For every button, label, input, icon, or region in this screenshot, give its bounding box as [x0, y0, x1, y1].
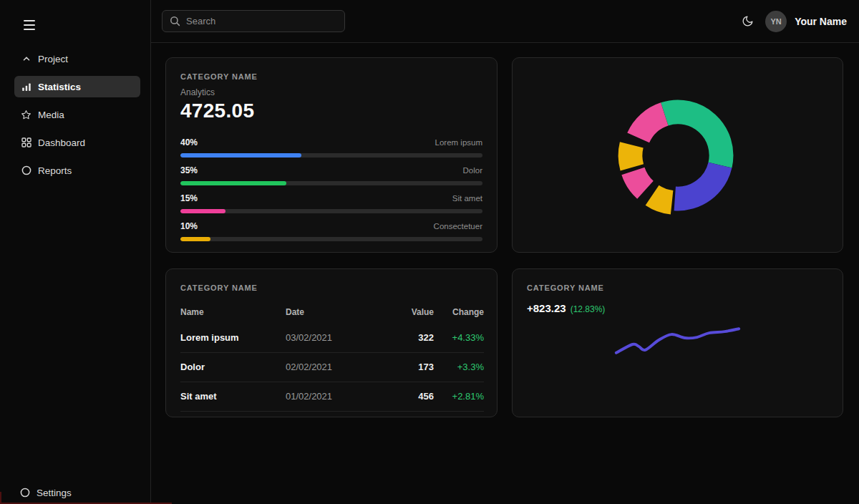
- card-subtitle: Analytics: [180, 87, 482, 97]
- progress-track: [180, 237, 482, 241]
- table-header-row: NameDateValueChange: [180, 301, 484, 324]
- trend-card: CATEGORY NAME +823.23 (12.83%): [512, 268, 843, 417]
- grid-icon: [21, 137, 31, 148]
- sidebar-item-label: Statistics: [38, 82, 81, 92]
- bar-chart-icon: [21, 82, 31, 92]
- card-title: CATEGORY NAME: [180, 284, 482, 292]
- sidebar-item-label: Reports: [38, 165, 72, 176]
- chevron-up-icon: [21, 54, 31, 64]
- sidebar-item-label: Media: [38, 110, 64, 120]
- progress-track: [180, 153, 482, 158]
- progress-percent: 40%: [180, 137, 198, 147]
- progress-bars: 40%Lorem ipsum35%Dolor15%Sit amet10%Cons…: [180, 137, 482, 241]
- progress-fill: [180, 209, 225, 213]
- cell-date: 01/02/2021: [286, 382, 377, 412]
- sidebar-item-label: Project: [38, 54, 68, 64]
- data-table: NameDateValueChange Lorem ipsum03/02/202…: [180, 301, 484, 412]
- line-chart: [513, 269, 843, 417]
- dark-mode-toggle[interactable]: [742, 15, 754, 27]
- progress-label: Dolor: [463, 166, 482, 175]
- progress-fill: [180, 153, 301, 158]
- cell-value: 456: [377, 382, 434, 412]
- progress-label: Sit amet: [452, 194, 482, 203]
- progress-label: Lorem ipsum: [435, 138, 482, 147]
- donut-segment: [674, 163, 732, 211]
- cell-name: Lorem ipsum: [180, 324, 286, 353]
- sidebar-item-settings[interactable]: Settings: [14, 483, 140, 503]
- circle-icon: [21, 165, 31, 176]
- donut-card: [512, 57, 843, 253]
- progress-item: 35%Dolor: [180, 165, 482, 185]
- app-root: ProjectStatisticsMediaDashboardReports S…: [0, 0, 859, 504]
- search-input[interactable]: [162, 10, 345, 32]
- cell-date: 03/02/2021: [286, 324, 377, 353]
- cell-change: +4.33%: [434, 324, 484, 353]
- cell-name: Dolor: [180, 353, 286, 382]
- sidebar-item-reports[interactable]: Reports: [14, 160, 140, 181]
- menu-icon[interactable]: [24, 20, 35, 30]
- settings-icon: [19, 488, 30, 498]
- sidebar: ProjectStatisticsMediaDashboardReports S…: [0, 0, 151, 504]
- donut-segment: [621, 168, 653, 199]
- progress-percent: 15%: [180, 193, 198, 203]
- moon-icon: [742, 15, 754, 27]
- donut-segment: [646, 185, 674, 215]
- avatar-initials: YN: [770, 17, 781, 26]
- search-box: [162, 10, 345, 32]
- sidebar-item-media[interactable]: Media: [14, 104, 140, 125]
- star-icon: [21, 110, 31, 120]
- donut-segment: [661, 100, 733, 168]
- progress-item: 40%Lorem ipsum: [180, 137, 482, 158]
- card-title: CATEGORY NAME: [180, 72, 482, 81]
- sidebar-item-project[interactable]: Project: [14, 48, 140, 69]
- donut-segment: [618, 142, 644, 170]
- cell-change: +2.81%: [434, 382, 484, 412]
- topbar-right: YN Your Name: [742, 11, 859, 32]
- sidebar-item-statistics[interactable]: Statistics: [14, 76, 140, 97]
- table-card: CATEGORY NAME NameDateValueChange Lorem …: [165, 268, 498, 417]
- table-row: Lorem ipsum03/02/2021322+4.33%: [180, 324, 484, 353]
- table-header: Value: [377, 301, 434, 324]
- table-header: Date: [286, 301, 377, 324]
- progress-percent: 10%: [180, 221, 198, 231]
- analytics-card: CATEGORY NAME Analytics 4725.05 40%Lorem…: [165, 57, 498, 253]
- donut-chart: [513, 58, 843, 252]
- progress-track: [180, 209, 482, 213]
- topbar: YN Your Name: [151, 0, 859, 43]
- table-header: Name: [180, 301, 286, 324]
- donut-segment: [627, 102, 668, 142]
- cell-value: 322: [377, 324, 434, 353]
- cell-date: 02/02/2021: [286, 353, 377, 382]
- sidebar-item-dashboard[interactable]: Dashboard: [14, 132, 140, 153]
- sidebar-item-label: Settings: [37, 488, 72, 498]
- table-row: Dolor02/02/2021173+3.3%: [180, 353, 484, 382]
- progress-percent: 35%: [180, 165, 198, 175]
- progress-item: 10%Consectetuer: [180, 221, 482, 241]
- trend-line: [616, 329, 739, 353]
- cell-change: +3.3%: [434, 353, 484, 382]
- cell-name: Sit amet: [180, 382, 286, 412]
- table-row: Sit amet01/02/2021456+2.81%: [180, 382, 484, 412]
- sidebar-item-label: Dashboard: [38, 137, 85, 148]
- progress-fill: [180, 181, 286, 185]
- cell-value: 173: [377, 353, 434, 382]
- main-content: CATEGORY NAME Analytics 4725.05 40%Lorem…: [165, 57, 843, 417]
- sidebar-nav: ProjectStatisticsMediaDashboardReports: [14, 48, 140, 188]
- user-name[interactable]: Your Name: [795, 16, 847, 27]
- progress-item: 15%Sit amet: [180, 193, 482, 213]
- table-header: Change: [434, 301, 484, 324]
- analytics-total: 4725.05: [180, 100, 482, 122]
- avatar[interactable]: YN: [765, 11, 787, 32]
- progress-label: Consectetuer: [434, 222, 482, 231]
- progress-track: [180, 181, 482, 185]
- progress-fill: [180, 237, 210, 241]
